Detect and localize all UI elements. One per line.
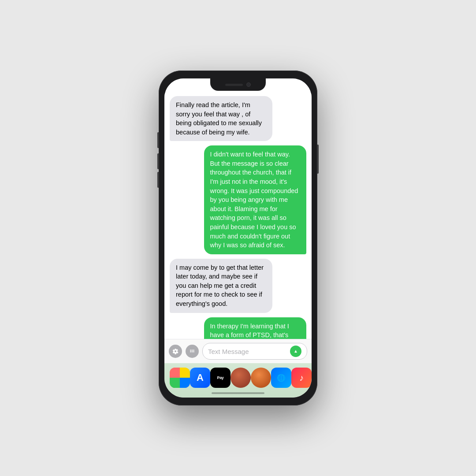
- apps-icon-button[interactable]: [186, 345, 199, 358]
- apple-pay-icon[interactable]: Pay: [210, 368, 231, 388]
- translate-app-icon[interactable]: 🌐: [271, 368, 291, 388]
- message-bubble-1: Finally read the article, I'm sorry you …: [170, 96, 272, 141]
- app-store-icon[interactable]: A: [190, 368, 210, 388]
- message-bubble-3: I may come by to get that letter later t…: [170, 259, 272, 313]
- message-input-bar: Text Message: [164, 339, 312, 363]
- avatar2-icon[interactable]: [251, 368, 271, 388]
- messages-area: Finally read the article, I'm sorry you …: [164, 78, 312, 339]
- avatar1-icon[interactable]: [231, 368, 251, 388]
- dock-area: A Pay 🌐 ♪: [164, 363, 312, 398]
- input-placeholder-text: Text Message: [208, 348, 290, 355]
- message-bubble-2: I didn't want to feel that way. But the …: [204, 145, 307, 254]
- translate-symbol: 🌐: [277, 374, 286, 382]
- appstore-symbol: A: [197, 372, 204, 383]
- send-button[interactable]: [290, 346, 301, 357]
- music-symbol: ♪: [299, 373, 304, 383]
- text-message-input[interactable]: Text Message: [202, 343, 307, 360]
- applepay-label: Pay: [217, 376, 223, 380]
- camera-icon-button[interactable]: [169, 345, 182, 358]
- photos-app-icon[interactable]: [170, 368, 190, 388]
- front-camera: [246, 82, 251, 87]
- speaker: [225, 84, 243, 86]
- phone-notch: [210, 78, 266, 91]
- dock-row: A Pay 🌐 ♪: [170, 366, 306, 390]
- phone-screen: Finally read the article, I'm sorry you …: [164, 78, 312, 398]
- home-indicator: [212, 392, 264, 394]
- phone-device: Finally read the article, I'm sorry you …: [159, 71, 317, 405]
- music-app-icon[interactable]: ♪: [291, 368, 312, 388]
- message-bubble-4: In therapy I'm learning that I have a fo…: [204, 317, 307, 339]
